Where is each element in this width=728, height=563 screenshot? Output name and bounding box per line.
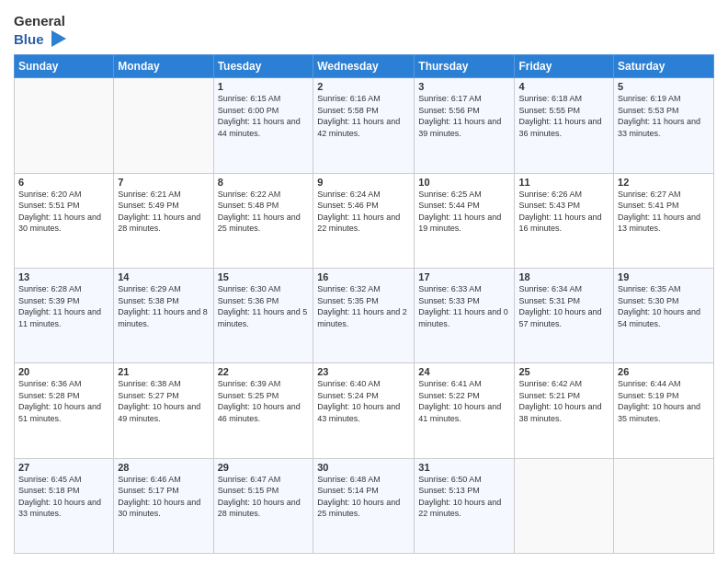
day-cell: 4Sunrise: 6:18 AM Sunset: 5:55 PM Daylig… — [515, 78, 614, 173]
day-cell — [114, 78, 213, 173]
day-number: 17 — [418, 271, 510, 282]
day-number: 23 — [317, 366, 410, 377]
weekday-thursday: Thursday — [415, 55, 515, 78]
day-cell: 3Sunrise: 6:17 AM Sunset: 5:56 PM Daylig… — [415, 78, 515, 173]
day-number: 13 — [18, 271, 109, 282]
svg-marker-0 — [51, 30, 66, 47]
day-info: Sunrise: 6:34 AM Sunset: 5:31 PM Dayligh… — [518, 283, 609, 329]
day-cell: 16Sunrise: 6:32 AM Sunset: 5:35 PM Dayli… — [313, 268, 415, 362]
day-info: Sunrise: 6:27 AM Sunset: 5:41 PM Dayligh… — [618, 189, 710, 235]
weekday-wednesday: Wednesday — [313, 55, 415, 78]
day-cell: 5Sunrise: 6:19 AM Sunset: 5:53 PM Daylig… — [614, 78, 714, 173]
day-info: Sunrise: 6:41 AM Sunset: 5:22 PM Dayligh… — [418, 378, 510, 424]
logo: General Blue — [14, 13, 66, 49]
calendar-table: SundayMondayTuesdayWednesdayThursdayFrid… — [14, 54, 714, 554]
day-cell — [515, 458, 614, 553]
day-number: 21 — [118, 366, 209, 377]
day-info: Sunrise: 6:29 AM Sunset: 5:38 PM Dayligh… — [118, 283, 209, 329]
day-number: 28 — [118, 462, 209, 473]
weekday-tuesday: Tuesday — [213, 55, 313, 78]
day-number: 24 — [418, 366, 510, 377]
day-cell: 8Sunrise: 6:22 AM Sunset: 5:48 PM Daylig… — [213, 173, 313, 268]
day-number: 2 — [317, 81, 410, 92]
day-number: 31 — [418, 462, 510, 473]
day-cell: 15Sunrise: 6:30 AM Sunset: 5:36 PM Dayli… — [213, 268, 313, 362]
day-info: Sunrise: 6:28 AM Sunset: 5:39 PM Dayligh… — [18, 283, 109, 329]
day-number: 12 — [618, 177, 710, 188]
day-info: Sunrise: 6:30 AM Sunset: 5:36 PM Dayligh… — [218, 283, 310, 329]
week-row-3: 13Sunrise: 6:28 AM Sunset: 5:39 PM Dayli… — [15, 268, 714, 362]
day-cell: 24Sunrise: 6:41 AM Sunset: 5:22 PM Dayli… — [415, 363, 515, 458]
day-cell: 20Sunrise: 6:36 AM Sunset: 5:28 PM Dayli… — [15, 363, 114, 458]
day-number: 4 — [518, 81, 609, 92]
day-cell: 19Sunrise: 6:35 AM Sunset: 5:30 PM Dayli… — [614, 268, 714, 362]
calendar-body: 1Sunrise: 6:15 AM Sunset: 6:00 PM Daylig… — [15, 78, 714, 554]
day-cell: 26Sunrise: 6:44 AM Sunset: 5:19 PM Dayli… — [614, 363, 714, 458]
weekday-header-row: SundayMondayTuesdayWednesdayThursdayFrid… — [15, 55, 714, 78]
weekday-saturday: Saturday — [614, 55, 714, 78]
day-cell: 6Sunrise: 6:20 AM Sunset: 5:51 PM Daylig… — [15, 173, 114, 268]
day-cell: 22Sunrise: 6:39 AM Sunset: 5:25 PM Dayli… — [213, 363, 313, 458]
weekday-monday: Monday — [114, 55, 213, 78]
day-info: Sunrise: 6:38 AM Sunset: 5:27 PM Dayligh… — [118, 378, 209, 424]
day-number: 26 — [618, 366, 710, 377]
day-info: Sunrise: 6:26 AM Sunset: 5:43 PM Dayligh… — [518, 189, 609, 235]
day-cell: 1Sunrise: 6:15 AM Sunset: 6:00 PM Daylig… — [213, 78, 313, 173]
day-info: Sunrise: 6:20 AM Sunset: 5:51 PM Dayligh… — [18, 189, 109, 235]
day-cell: 29Sunrise: 6:47 AM Sunset: 5:15 PM Dayli… — [213, 458, 313, 553]
day-number: 10 — [418, 177, 510, 188]
day-cell: 14Sunrise: 6:29 AM Sunset: 5:38 PM Dayli… — [114, 268, 213, 362]
blue-arrow-icon — [46, 29, 66, 49]
week-row-1: 1Sunrise: 6:15 AM Sunset: 6:00 PM Daylig… — [15, 78, 714, 173]
day-cell: 25Sunrise: 6:42 AM Sunset: 5:21 PM Dayli… — [515, 363, 614, 458]
day-cell: 18Sunrise: 6:34 AM Sunset: 5:31 PM Dayli… — [515, 268, 614, 362]
day-info: Sunrise: 6:25 AM Sunset: 5:44 PM Dayligh… — [418, 189, 510, 235]
day-number: 15 — [218, 271, 310, 282]
day-cell: 10Sunrise: 6:25 AM Sunset: 5:44 PM Dayli… — [415, 173, 515, 268]
day-number: 19 — [618, 271, 710, 282]
day-cell: 28Sunrise: 6:46 AM Sunset: 5:17 PM Dayli… — [114, 458, 213, 553]
week-row-2: 6Sunrise: 6:20 AM Sunset: 5:51 PM Daylig… — [15, 173, 714, 268]
day-number: 16 — [317, 271, 410, 282]
day-info: Sunrise: 6:17 AM Sunset: 5:56 PM Dayligh… — [418, 93, 510, 139]
day-info: Sunrise: 6:39 AM Sunset: 5:25 PM Dayligh… — [218, 378, 310, 424]
weekday-sunday: Sunday — [15, 55, 114, 78]
day-cell: 2Sunrise: 6:16 AM Sunset: 5:58 PM Daylig… — [313, 78, 415, 173]
day-cell: 30Sunrise: 6:48 AM Sunset: 5:14 PM Dayli… — [313, 458, 415, 553]
day-cell: 13Sunrise: 6:28 AM Sunset: 5:39 PM Dayli… — [15, 268, 114, 362]
day-number: 22 — [218, 366, 310, 377]
day-number: 14 — [118, 271, 209, 282]
day-cell: 21Sunrise: 6:38 AM Sunset: 5:27 PM Dayli… — [114, 363, 213, 458]
page: General Blue SundayMondayTuesdayWednesda… — [0, 0, 728, 563]
day-info: Sunrise: 6:40 AM Sunset: 5:24 PM Dayligh… — [317, 378, 410, 424]
logo-text: General Blue — [14, 13, 66, 49]
day-cell: 7Sunrise: 6:21 AM Sunset: 5:49 PM Daylig… — [114, 173, 213, 268]
day-info: Sunrise: 6:16 AM Sunset: 5:58 PM Dayligh… — [317, 93, 410, 139]
day-number: 6 — [18, 177, 109, 188]
day-info: Sunrise: 6:35 AM Sunset: 5:30 PM Dayligh… — [618, 283, 710, 329]
day-cell: 12Sunrise: 6:27 AM Sunset: 5:41 PM Dayli… — [614, 173, 714, 268]
day-number: 11 — [518, 177, 609, 188]
day-info: Sunrise: 6:36 AM Sunset: 5:28 PM Dayligh… — [18, 378, 109, 424]
week-row-4: 20Sunrise: 6:36 AM Sunset: 5:28 PM Dayli… — [15, 363, 714, 458]
day-info: Sunrise: 6:47 AM Sunset: 5:15 PM Dayligh… — [218, 474, 310, 520]
day-number: 29 — [218, 462, 310, 473]
day-info: Sunrise: 6:42 AM Sunset: 5:21 PM Dayligh… — [518, 378, 609, 424]
day-info: Sunrise: 6:50 AM Sunset: 5:13 PM Dayligh… — [418, 474, 510, 520]
day-info: Sunrise: 6:24 AM Sunset: 5:46 PM Dayligh… — [317, 189, 410, 235]
calendar-header: SundayMondayTuesdayWednesdayThursdayFrid… — [15, 55, 714, 78]
day-number: 9 — [317, 177, 410, 188]
day-info: Sunrise: 6:44 AM Sunset: 5:19 PM Dayligh… — [618, 378, 710, 424]
day-number: 5 — [618, 81, 710, 92]
day-number: 7 — [118, 177, 209, 188]
day-cell: 9Sunrise: 6:24 AM Sunset: 5:46 PM Daylig… — [313, 173, 415, 268]
day-info: Sunrise: 6:15 AM Sunset: 6:00 PM Dayligh… — [218, 93, 310, 139]
header: General Blue — [14, 9, 714, 49]
day-cell — [614, 458, 714, 553]
weekday-friday: Friday — [515, 55, 614, 78]
day-info: Sunrise: 6:48 AM Sunset: 5:14 PM Dayligh… — [317, 474, 410, 520]
day-cell: 23Sunrise: 6:40 AM Sunset: 5:24 PM Dayli… — [313, 363, 415, 458]
day-info: Sunrise: 6:32 AM Sunset: 5:35 PM Dayligh… — [317, 283, 410, 329]
week-row-5: 27Sunrise: 6:45 AM Sunset: 5:18 PM Dayli… — [15, 458, 714, 553]
day-cell: 11Sunrise: 6:26 AM Sunset: 5:43 PM Dayli… — [515, 173, 614, 268]
